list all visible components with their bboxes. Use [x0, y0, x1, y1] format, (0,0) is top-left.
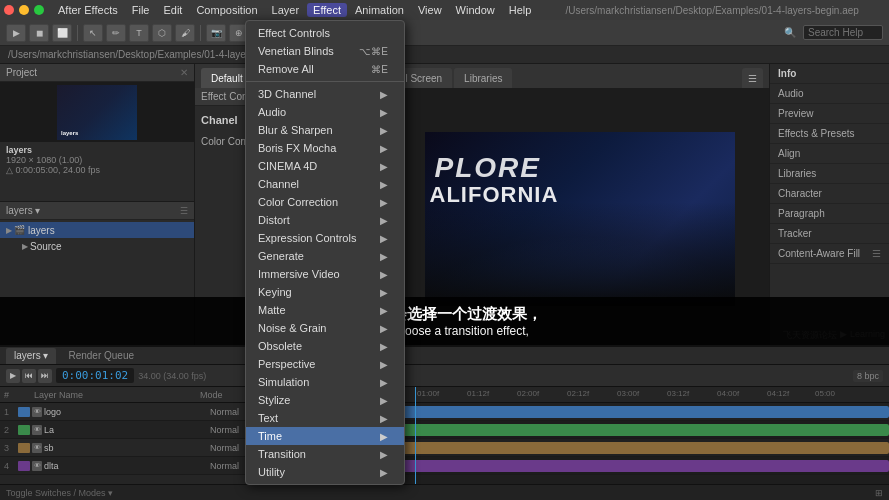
layer-item-layers[interactable]: ▶ 🎬 layers: [0, 222, 194, 238]
menu-time[interactable]: Time ▶: [246, 427, 404, 445]
expand-icon-2: ▶: [20, 241, 30, 251]
menu-blur-sharpen[interactable]: Blur & Sharpen ▶: [246, 121, 404, 139]
ruler-label-6: 03:00f: [617, 389, 639, 398]
menu-generate[interactable]: Generate ▶: [246, 247, 404, 265]
timeline-zoom-control[interactable]: ⊞: [875, 488, 883, 498]
right-preview[interactable]: Preview: [770, 104, 889, 124]
toolbar-pen[interactable]: ✏: [106, 24, 126, 42]
project-close[interactable]: ✕: [180, 67, 188, 78]
menu-channel-arrow: ▶: [380, 179, 388, 190]
menu-channel-label: Channel: [258, 178, 299, 190]
toolbar-btn-3[interactable]: ⬜: [52, 24, 72, 42]
tl-btn-next[interactable]: ⏭: [38, 369, 52, 383]
menu-ae[interactable]: After Effects: [52, 3, 124, 17]
timeline-resolution[interactable]: 8 bpc: [853, 370, 883, 382]
menu-window[interactable]: Window: [450, 3, 501, 17]
toolbar-text[interactable]: T: [129, 24, 149, 42]
menu-matte[interactable]: Matte ▶: [246, 301, 404, 319]
timeline-tab-render[interactable]: Render Queue: [60, 348, 142, 364]
menu-boris-fx[interactable]: Boris FX Mocha ▶: [246, 139, 404, 157]
layer-icon-layers: 🎬: [14, 225, 25, 235]
menu-cinema4d[interactable]: CINEMA 4D ▶: [246, 157, 404, 175]
right-character[interactable]: Character: [770, 184, 889, 204]
menu-effect[interactable]: Effect: [307, 3, 347, 17]
menu-3d-channel[interactable]: 3D Channel ▶: [246, 85, 404, 103]
menu-transition[interactable]: Transition ▶: [246, 445, 404, 463]
menu-channel[interactable]: Channel ▶: [246, 175, 404, 193]
menu-text[interactable]: Text ▶: [246, 409, 404, 427]
ruler-label-2: 01:00f: [417, 389, 439, 398]
menu-edit[interactable]: Edit: [157, 3, 188, 17]
comp-canvas: PLORE ALIFORNIA: [425, 132, 735, 306]
right-libraries[interactable]: Libraries: [770, 164, 889, 184]
toolbar: ▶ ◼ ⬜ ↖ ✏ T ⬡ 🖌 📷 ⊕ ▭ 🔍: [0, 20, 889, 46]
menu-text-arrow: ▶: [380, 413, 388, 424]
menu-file[interactable]: File: [126, 3, 156, 17]
menu-layer[interactable]: Layer: [266, 3, 306, 17]
menu-view[interactable]: View: [412, 3, 448, 17]
file-path: /Users/markchristiansen/Desktop/Examples…: [539, 5, 885, 16]
menu-utility[interactable]: Utility ▶: [246, 463, 404, 481]
right-info[interactable]: Info: [770, 64, 889, 84]
toggle-switches-bar: Toggle Switches / Modes ▾ ⊞: [0, 484, 889, 500]
menu-remove-all[interactable]: Remove All ⌘E: [246, 60, 404, 78]
menu-boris-fx-arrow: ▶: [380, 143, 388, 154]
menu-expression-controls-arrow: ▶: [380, 233, 388, 244]
menu-perspective[interactable]: Perspective ▶: [246, 355, 404, 373]
tl-btn-play[interactable]: ▶: [6, 369, 20, 383]
right-paragraph[interactable]: Paragraph: [770, 204, 889, 224]
menu-animation[interactable]: Animation: [349, 3, 410, 17]
search-input[interactable]: [803, 25, 883, 40]
timeline-timecode[interactable]: 0:00:01:02: [56, 368, 134, 383]
menu-utility-arrow: ▶: [380, 467, 388, 478]
menu-help[interactable]: Help: [503, 3, 538, 17]
menu-simulation[interactable]: Simulation ▶: [246, 373, 404, 391]
layer-eye-1[interactable]: 👁: [32, 407, 42, 417]
menu-noise-grain[interactable]: Noise & Grain ▶: [246, 319, 404, 337]
layer-eye-3[interactable]: 👁: [32, 443, 42, 453]
right-align[interactable]: Align: [770, 144, 889, 164]
menu-distort[interactable]: Distort ▶: [246, 211, 404, 229]
menu-composition[interactable]: Composition: [190, 3, 263, 17]
playhead[interactable]: [415, 387, 416, 484]
menu-blur-sharpen-arrow: ▶: [380, 125, 388, 136]
toolbar-btn-1[interactable]: ▶: [6, 24, 26, 42]
toolbar-selection[interactable]: ↖: [83, 24, 103, 42]
layer-name-4: dlta: [44, 461, 210, 471]
layers-options[interactable]: ☰: [180, 206, 188, 216]
layer-eye-4[interactable]: 👁: [32, 461, 42, 471]
menu-color-correction[interactable]: Color Correction ▶: [246, 193, 404, 211]
ruler-label-4: 02:00f: [517, 389, 539, 398]
toolbar-btn-2[interactable]: ◼: [29, 24, 49, 42]
menu-venetian-blinds[interactable]: Venetian Blinds ⌥⌘E: [246, 42, 404, 60]
tab-libraries[interactable]: Libraries: [454, 68, 512, 88]
layer-item-source[interactable]: ▶ Source: [0, 238, 194, 254]
city-lights: [425, 202, 735, 306]
right-audio[interactable]: Audio: [770, 84, 889, 104]
toolbar-brush[interactable]: 🖌: [175, 24, 195, 42]
right-content-aware-icon: ☰: [872, 248, 881, 259]
menu-keying[interactable]: Keying ▶: [246, 283, 404, 301]
timeline-controls: ▶ ⏮ ⏭ 0:00:01:02 34.00 (34.00 fps) 8 bpc: [0, 365, 889, 387]
layer-eye-2[interactable]: 👁: [32, 425, 42, 435]
project-panel-header: Project ✕: [0, 64, 194, 82]
menu-effect-controls[interactable]: Effect Controls: [246, 24, 404, 42]
menu-expression-controls[interactable]: Expression Controls ▶: [246, 229, 404, 247]
maximize-button[interactable]: [34, 5, 44, 15]
menu-boris-fx-label: Boris FX Mocha: [258, 142, 336, 154]
menu-audio[interactable]: Audio ▶: [246, 103, 404, 121]
workspace-btn[interactable]: ☰: [742, 68, 763, 88]
timeline-tab-layers[interactable]: layers ▾: [6, 348, 56, 364]
tl-btn-prev[interactable]: ⏮: [22, 369, 36, 383]
menu-obsolete[interactable]: Obsolete ▶: [246, 337, 404, 355]
effect-menu: Effect Controls Venetian Blinds ⌥⌘E Remo…: [245, 20, 405, 485]
right-content-aware[interactable]: Content-Aware Fill ☰: [770, 244, 889, 264]
menu-immersive-video[interactable]: Immersive Video ▶: [246, 265, 404, 283]
close-button[interactable]: [4, 5, 14, 15]
right-tracker[interactable]: Tracker: [770, 224, 889, 244]
minimize-button[interactable]: [19, 5, 29, 15]
right-effects-presets[interactable]: Effects & Presets: [770, 124, 889, 144]
menu-stylize[interactable]: Stylize ▶: [246, 391, 404, 409]
toolbar-shape[interactable]: ⬡: [152, 24, 172, 42]
toolbar-camera[interactable]: 📷: [206, 24, 226, 42]
